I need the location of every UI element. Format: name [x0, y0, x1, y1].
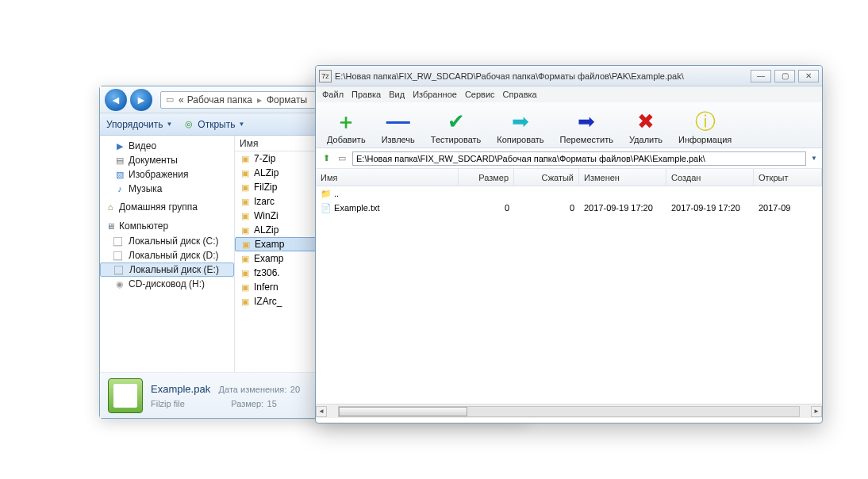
col-opened[interactable]: Открыт	[754, 169, 822, 186]
sevenzip-app-icon: 7z	[319, 70, 332, 82]
check-icon: ✔	[447, 109, 465, 134]
up-icon[interactable]: ⬆	[321, 153, 332, 164]
file-name: 7-Zip	[254, 153, 275, 164]
tree-drive-c[interactable]: ⃞Локальный диск (C:)	[100, 234, 234, 248]
sevenzip-titlebar[interactable]: 7z E:\Новая папка\FIX_RW_SDCARD\Рабочая …	[316, 66, 822, 86]
sevenzip-path-input[interactable]	[352, 151, 806, 166]
file-type-icon	[108, 378, 143, 413]
file-icon: ▣	[240, 296, 251, 307]
delete-button[interactable]: ✖Удалить	[629, 109, 663, 144]
explorer-tree: ▶Видео ▤Документы ▧Изображения ♪Музыка ⌂…	[100, 136, 235, 372]
sevenzip-menu-bar: Файл Правка Вид Избранное Сервис Справка	[316, 86, 822, 102]
info-icon: ⓘ	[695, 109, 716, 134]
close-button[interactable]: ✕	[798, 70, 819, 82]
back-button[interactable]: ◄	[105, 89, 127, 111]
menu-tools[interactable]: Сервис	[465, 90, 495, 99]
x-icon: ✖	[637, 109, 655, 134]
homegroup-icon: ⌂	[105, 201, 116, 213]
col-packed[interactable]: Сжатый	[514, 169, 579, 186]
open-button[interactable]: ◎ Открыть▼	[183, 119, 244, 130]
sevenzip-window: 7z E:\Новая папка\FIX_RW_SDCARD\Рабочая …	[315, 65, 823, 423]
status-size-label: Размер:	[231, 399, 263, 408]
file-name: ALZip	[254, 224, 278, 236]
image-icon: ▧	[114, 169, 125, 180]
file-name: WinZi	[254, 210, 278, 221]
scroll-right-button[interactable]: ►	[811, 406, 822, 417]
arrow-right-icon: ➡	[512, 109, 529, 134]
sevenzip-column-headers: Имя Размер Сжатый Изменен Создан Открыт	[316, 169, 822, 186]
sevenzip-toolbar: ＋Добавить —Извлечь ✔Тестировать ➡Копиров…	[316, 102, 822, 148]
tree-music[interactable]: ♪Музыка	[100, 182, 234, 196]
menu-edit[interactable]: Правка	[351, 90, 381, 99]
file-icon: ▣	[240, 224, 251, 236]
chevron-down-icon: ▼	[238, 121, 244, 128]
move-button[interactable]: ➡Переместить	[560, 109, 613, 144]
breadcrumb-2[interactable]: Форматы	[267, 94, 307, 105]
sevenzip-address-bar: ⬆ ▭ ▼	[316, 148, 822, 169]
breadcrumb-prefix: «	[179, 94, 184, 105]
tree-images[interactable]: ▧Изображения	[100, 167, 234, 182]
music-icon: ♪	[114, 183, 125, 194]
status-date-label: Дата изменения:	[219, 385, 287, 394]
status-filetype: Filzip file	[151, 399, 185, 408]
drive-icon: ⃞	[114, 236, 125, 247]
table-row[interactable]: 📄 Example.txt002017-09-19 17:202017-09-1…	[316, 201, 822, 215]
tree-computer[interactable]: 🖥Компьютер	[100, 218, 234, 234]
file-name: Infern	[254, 282, 278, 293]
tree-drive-e[interactable]: ⃞Локальный диск (E:)	[100, 262, 234, 277]
window-title: E:\Новая папка\FIX_RW_SDCARD\Рабочая пап…	[335, 71, 684, 81]
col-name[interactable]: Имя	[316, 169, 459, 186]
cd-icon: ◉	[114, 278, 125, 289]
document-icon: ▤	[114, 155, 125, 166]
add-button[interactable]: ＋Добавить	[327, 109, 366, 144]
file-name: FilZip	[254, 182, 277, 193]
cell-opened: 2017-09	[754, 203, 822, 213]
col-modified[interactable]: Изменен	[579, 169, 666, 186]
menu-file[interactable]: Файл	[322, 90, 344, 99]
status-size-value: 15	[267, 399, 277, 408]
file-name: Izarc	[254, 196, 275, 207]
col-created[interactable]: Создан	[666, 169, 754, 186]
breadcrumb-1[interactable]: Рабочая папка	[187, 94, 252, 105]
minus-icon: —	[386, 109, 410, 134]
test-button[interactable]: ✔Тестировать	[431, 109, 482, 144]
menu-help[interactable]: Справка	[503, 90, 537, 99]
chevron-down-icon[interactable]: ▼	[811, 155, 817, 162]
horizontal-scrollbar[interactable]: ◄ ►	[316, 404, 822, 418]
scrollbar-thumb[interactable]	[339, 407, 467, 416]
file-name: Examp	[254, 253, 283, 264]
drive-icon: ▭	[336, 153, 348, 164]
col-size[interactable]: Размер	[459, 169, 514, 186]
forward-button[interactable]: ►	[130, 89, 152, 111]
arrow-right-icon: ➡	[578, 109, 595, 134]
status-date-value: 20	[290, 385, 300, 394]
tree-video[interactable]: ▶Видео	[100, 139, 234, 153]
tree-documents[interactable]: ▤Документы	[100, 153, 234, 167]
maximize-button[interactable]: ▢	[774, 70, 795, 82]
minimize-button[interactable]: —	[751, 70, 771, 82]
cell-packed: 0	[514, 203, 579, 213]
file-icon: 📁	[321, 189, 332, 198]
table-row[interactable]: 📁 ..	[316, 186, 822, 201]
extract-button[interactable]: —Извлечь	[382, 109, 415, 144]
tree-homegroup[interactable]: ⌂Домашняя группа	[100, 199, 234, 215]
file-icon: ▣	[240, 182, 251, 193]
tree-cd[interactable]: ◉CD-дисковод (H:)	[100, 277, 234, 291]
tree-drive-d[interactable]: ⃞Локальный диск (D:)	[100, 248, 234, 262]
file-icon: ▣	[240, 253, 251, 264]
scrollbar-track[interactable]	[338, 406, 800, 417]
file-icon: ▣	[240, 167, 251, 178]
file-icon: ▣	[240, 196, 251, 207]
menu-view[interactable]: Вид	[389, 90, 405, 99]
cell-modified: 2017-09-19 17:20	[579, 203, 666, 213]
file-name: IZArc_	[254, 296, 282, 307]
file-name: Example.txt	[334, 203, 379, 213]
menu-favorites[interactable]: Избранное	[413, 90, 457, 99]
cell-size: 0	[459, 203, 514, 213]
file-icon: ▣	[240, 239, 252, 250]
info-button[interactable]: ⓘИнформация	[678, 109, 732, 144]
chevron-down-icon: ▼	[166, 121, 172, 128]
copy-button[interactable]: ➡Копировать	[497, 109, 543, 144]
organize-button[interactable]: Упорядочить▼	[106, 119, 172, 130]
scroll-left-button[interactable]: ◄	[316, 406, 327, 417]
